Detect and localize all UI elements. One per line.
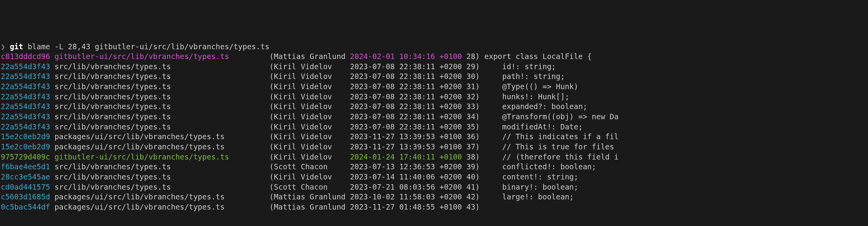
blame-row: cd0ad441575 src/lib/vbranches/types.ts (… — [1, 182, 867, 192]
close-paren: ) — [475, 82, 484, 91]
blame-row: f6bae4ee5d1 src/lib/vbranches/types.ts (… — [1, 162, 867, 172]
open-paren: ( — [269, 82, 274, 91]
commit-time: 13:39:53 — [399, 142, 439, 151]
author-name: Mattias Granlund — [274, 192, 350, 201]
commit-tz: +0200 — [439, 92, 466, 101]
file-path: gitbutler-ui/src/lib/vbranches/types.ts — [54, 152, 269, 161]
open-paren: ( — [269, 203, 274, 211]
file-path: packages/ui/src/lib/vbranches/types.ts — [54, 132, 269, 141]
close-paren: ) — [475, 72, 484, 81]
commit-date: 2023-07-08 — [350, 82, 399, 91]
line-number: 32 — [466, 92, 475, 101]
author-name: Kiril Videlov — [274, 142, 350, 151]
commit-date: 2023-07-08 — [350, 92, 399, 101]
command-args: blame -L 28,43 gitbutler-ui/src/lib/vbra… — [23, 42, 269, 51]
source-code: @Transform((obj) => new Da — [484, 112, 619, 121]
commit-time: 17:40:11 — [399, 152, 439, 161]
blame-row: 22a554d3f43 src/lib/vbranches/types.ts (… — [1, 122, 867, 132]
commit-sha: 0c5bac544df — [1, 203, 54, 211]
commit-time: 22:38:11 — [399, 92, 439, 101]
source-code: // (therefore this field i — [484, 152, 619, 161]
commit-date: 2023-11-27 — [350, 203, 399, 211]
blame-row: 22a554d3f43 src/lib/vbranches/types.ts (… — [1, 92, 867, 102]
open-paren: ( — [269, 112, 274, 121]
author-name: Kiril Videlov — [274, 82, 350, 91]
commit-tz: +0200 — [439, 162, 466, 171]
commit-tz: +0100 — [439, 132, 466, 141]
source-code: // This indicates if a fil — [484, 132, 619, 141]
commit-tz: +0200 — [439, 122, 466, 131]
open-paren: ( — [269, 152, 274, 161]
commit-sha: 22a554d3f43 — [1, 82, 54, 91]
open-paren: ( — [269, 162, 274, 171]
author-name: Kiril Videlov — [274, 122, 350, 131]
commit-date: 2023-07-13 — [350, 162, 399, 171]
commit-date: 2023-07-08 — [350, 112, 399, 121]
author-name: Kiril Videlov — [274, 132, 350, 141]
line-number: 40 — [466, 172, 475, 181]
file-path: src/lib/vbranches/types.ts — [54, 102, 269, 111]
close-paren: ) — [475, 172, 484, 181]
commit-date: 2023-07-14 — [350, 172, 399, 181]
commit-time: 12:36:53 — [399, 162, 439, 171]
line-number: 31 — [466, 82, 475, 91]
commit-tz: +0200 — [439, 112, 466, 121]
commit-sha: f6bae4ee5d1 — [1, 162, 54, 171]
commit-time: 22:38:11 — [399, 102, 439, 111]
commit-sha: 975729d409c — [1, 152, 54, 161]
author-name: Mattias Granlund — [274, 52, 350, 61]
prompt-line[interactable]: ❯ git blame -L 28,43 gitbutler-ui/src/li… — [1, 42, 867, 52]
commit-date: 2023-07-08 — [350, 122, 399, 131]
line-number: 39 — [466, 162, 475, 171]
file-path: src/lib/vbranches/types.ts — [54, 92, 269, 101]
close-paren: ) — [475, 92, 484, 101]
close-paren: ) — [475, 62, 484, 71]
line-number: 38 — [466, 152, 475, 161]
author-name: Kiril Videlov — [274, 172, 350, 181]
author-name: Kiril Videlov — [274, 152, 350, 161]
commit-sha: cd0ad441575 — [1, 183, 54, 191]
commit-date: 2024-01-24 — [350, 152, 399, 161]
author-name: Kiril Videlov — [274, 102, 350, 111]
commit-tz: +0100 — [439, 152, 466, 161]
open-paren: ( — [269, 172, 274, 181]
commit-time: 22:38:11 — [399, 82, 439, 91]
commit-time: 11:58:03 — [399, 192, 439, 201]
command-git: git — [10, 42, 23, 51]
open-paren: ( — [269, 52, 274, 61]
close-paren: ) — [475, 132, 484, 141]
close-paren: ) — [475, 162, 484, 171]
source-code: path!: string; — [484, 72, 565, 81]
file-path: packages/ui/src/lib/vbranches/types.ts — [54, 203, 269, 211]
source-code: content!: string; — [484, 172, 578, 181]
commit-date: 2023-07-21 — [350, 183, 399, 191]
commit-sha: 22a554d3f43 — [1, 62, 54, 71]
commit-date: 2023-07-08 — [350, 72, 399, 81]
commit-tz: +0200 — [439, 183, 466, 191]
commit-tz: +0200 — [439, 72, 466, 81]
commit-time: 08:03:56 — [399, 183, 439, 191]
line-number: 29 — [466, 62, 475, 71]
commit-sha: 15e2c0eb2d9 — [1, 142, 54, 151]
source-code: hunks!: Hunk[]; — [484, 92, 569, 101]
open-paren: ( — [269, 62, 274, 71]
file-path: src/lib/vbranches/types.ts — [54, 72, 269, 81]
author-name: Scott Chacon — [274, 183, 350, 191]
file-path: src/lib/vbranches/types.ts — [54, 112, 269, 121]
commit-tz: +0200 — [439, 82, 466, 91]
close-paren: ) — [475, 142, 484, 151]
commit-date: 2024-02-01 — [350, 52, 399, 61]
blame-row: 975729d409c gitbutler-ui/src/lib/vbranch… — [1, 152, 867, 162]
commit-tz: +0100 — [439, 52, 466, 61]
line-number: 30 — [466, 72, 475, 81]
open-paren: ( — [269, 102, 274, 111]
line-number: 43 — [466, 203, 475, 211]
blame-row: c5603d1685d packages/ui/src/lib/vbranche… — [1, 192, 867, 202]
commit-sha: 22a554d3f43 — [1, 92, 54, 101]
source-code: id!: string; — [484, 62, 556, 71]
file-path: src/lib/vbranches/types.ts — [54, 162, 269, 171]
blame-row: 22a554d3f43 src/lib/vbranches/types.ts (… — [1, 72, 867, 82]
file-path: src/lib/vbranches/types.ts — [54, 183, 269, 191]
close-paren: ) — [475, 52, 484, 61]
commit-date: 2023-07-08 — [350, 62, 399, 71]
